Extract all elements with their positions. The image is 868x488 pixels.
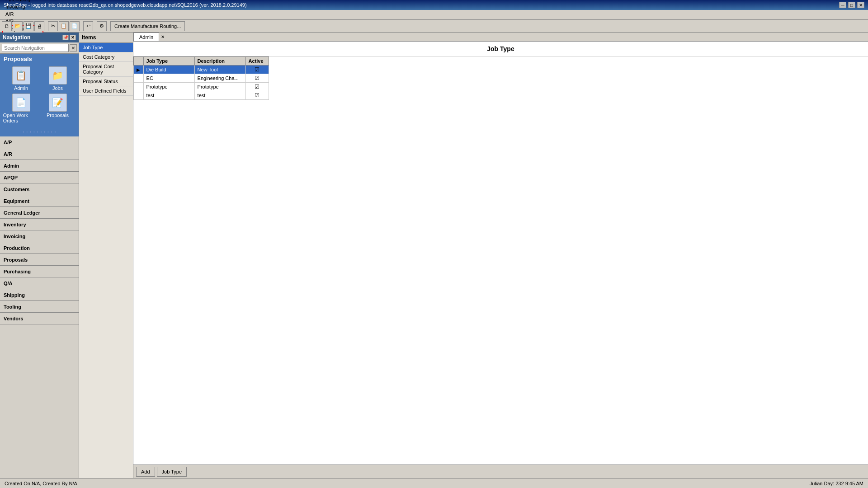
toolbar-print[interactable]: 🖨: [34, 21, 44, 31]
nav-icon-open-work-orders[interactable]: 📄Open Work Orders: [3, 94, 39, 123]
nav-search-clear[interactable]: ✕: [70, 44, 77, 52]
row-job-type: Prototype: [143, 83, 194, 91]
row-arrow: [134, 91, 144, 100]
tabs-row: Admin ✕: [133, 33, 868, 42]
maximize-button[interactable]: □: [848, 2, 855, 8]
toolbar-open[interactable]: 📂: [13, 21, 23, 31]
nav-icon-admin[interactable]: 📋Admin: [3, 66, 39, 91]
admin-icon: 📋: [12, 66, 30, 84]
nav-section-tooling[interactable]: Tooling: [0, 301, 79, 313]
nav-section-equipment[interactable]: Equipment: [0, 195, 79, 207]
menu-item-ar[interactable]: A/R: [2, 10, 43, 18]
row-arrow: ▶: [134, 66, 144, 74]
items-list-item-proposal-status[interactable]: Proposal Status: [79, 77, 133, 86]
nav-section-production[interactable]: Production: [0, 242, 79, 254]
toolbar-undo[interactable]: ↩: [83, 21, 93, 31]
table-container: Job Type Description Active ▶ Die Build …: [133, 56, 868, 465]
items-list-item-user-defined-fields[interactable]: User Defined Fields: [79, 86, 133, 96]
nav-sections: A/PA/RAdminAPQPCustomersEquipmentGeneral…: [0, 136, 79, 478]
nav-icon-jobs[interactable]: 📁Jobs: [40, 66, 76, 91]
nav-section-admin[interactable]: Admin: [0, 160, 79, 172]
toolbar-misc1[interactable]: ⚙: [97, 21, 107, 31]
nav-section-apqp[interactable]: APQP: [0, 172, 79, 183]
open-work-orders-label: Open Work Orders: [3, 113, 39, 123]
proposals-label: Proposals: [47, 113, 69, 118]
toolbar-paste[interactable]: 📄: [70, 21, 80, 31]
proposals-icon: 📝: [49, 94, 67, 112]
status-right: Julian Day: 232 9:45 AM: [810, 481, 863, 486]
nav-pin-icon[interactable]: 📌: [62, 35, 69, 40]
menu-item-invoicing[interactable]: Invoicing: [2, 3, 43, 10]
nav-icon-proposals[interactable]: 📝Proposals: [40, 94, 76, 123]
items-list: Job TypeCost CategoryProposal Cost Categ…: [79, 43, 133, 96]
items-list-item-proposal-cost-category[interactable]: Proposal Cost Category: [79, 62, 133, 77]
table-row[interactable]: test test ☑: [134, 91, 269, 100]
nav-section-shipping[interactable]: Shipping: [0, 289, 79, 301]
close-button[interactable]: ✕: [857, 2, 864, 8]
status-bar: Created On N/A, Created By N/A Julian Da…: [0, 478, 868, 488]
row-description: test: [194, 91, 245, 100]
minimize-button[interactable]: ─: [839, 2, 846, 8]
job-type-button[interactable]: Job Type: [157, 467, 187, 477]
nav-close-icon[interactable]: ✕: [70, 35, 76, 40]
nav-dots: . . . . . . . . . .: [22, 126, 57, 135]
row-description: Prototype: [194, 83, 245, 91]
nav-header-controls: 📌 ✕: [62, 35, 76, 40]
nav-section-proposals-nav[interactable]: Proposals: [0, 254, 79, 266]
col-job-type[interactable]: Job Type: [143, 57, 194, 66]
row-arrow: [134, 83, 144, 91]
menu-bar: FileEditViewProductionCustomerShippingPu…: [0, 10, 868, 20]
nav-section-qa[interactable]: Q/A: [0, 277, 79, 289]
table-body: ▶ Die Build New Tool ☑ EC Engineering Ch…: [134, 66, 269, 100]
col-description[interactable]: Description: [194, 57, 245, 66]
tab-close-icon[interactable]: ✕: [160, 33, 165, 41]
row-active: ☑: [245, 91, 269, 100]
title-bar: ShopEdge - logged into database react2db…: [0, 0, 868, 10]
nav-section-ar[interactable]: A/R: [0, 148, 79, 160]
jobs-icon: 📁: [49, 66, 67, 84]
toolbar-new[interactable]: 🗋: [2, 21, 12, 31]
add-button[interactable]: Add: [136, 467, 155, 477]
row-description: New Tool: [194, 66, 245, 74]
items-header: Items: [79, 33, 133, 43]
title-bar-controls: ─ □ ✕: [839, 2, 864, 8]
nav-title: Navigation: [3, 34, 30, 41]
nav-search-input[interactable]: [2, 44, 69, 52]
row-active: ☑: [245, 83, 269, 91]
nav-section-purchasing[interactable]: Purchasing: [0, 266, 79, 277]
toolbar-cut[interactable]: ✂: [48, 21, 58, 31]
admin-label: Admin: [14, 85, 28, 91]
tab-admin[interactable]: Admin: [133, 33, 159, 41]
content-job-type-header: Job Type: [133, 42, 868, 56]
content-area: Admin ✕ Job Type Job Type Description Ac…: [133, 33, 868, 478]
row-job-type: Die Build: [143, 66, 194, 74]
nav-header: Navigation 📌 ✕: [0, 33, 79, 42]
status-left: Created On N/A, Created By N/A: [5, 481, 77, 486]
toolbar-save[interactable]: 💾: [24, 21, 33, 31]
row-arrow: [134, 74, 144, 83]
toolbar-copy[interactable]: 📋: [59, 21, 69, 31]
nav-section-vendors[interactable]: Vendors: [0, 313, 79, 324]
table-row[interactable]: ▶ Die Build New Tool ☑: [134, 66, 269, 74]
nav-section-invoicing[interactable]: Invoicing: [0, 230, 79, 242]
nav-section-ap[interactable]: A/P: [0, 136, 79, 148]
row-job-type: test: [143, 91, 194, 100]
table-row[interactable]: Prototype Prototype ☑: [134, 83, 269, 91]
create-routing-button[interactable]: Create Manufacture Routing...: [110, 21, 185, 31]
nav-section-general-ledger[interactable]: General Ledger: [0, 207, 79, 219]
items-list-item-job-type[interactable]: Job Type: [79, 43, 133, 52]
nav-icons-row: 📋Admin📁Jobs📄Open Work Orders📝Proposals: [2, 64, 77, 126]
proposals-title: Proposals: [2, 56, 32, 62]
nav-section-inventory[interactable]: Inventory: [0, 219, 79, 230]
col-active[interactable]: Active: [245, 57, 269, 66]
toolbar: 🗋 📂 💾 🖨 ✂ 📋 📄 ↩ ⚙ Create Manufacture Rou…: [0, 20, 868, 33]
jobs-label: Jobs: [52, 85, 63, 91]
items-panel: Items Job TypeCost CategoryProposal Cost…: [79, 33, 133, 478]
table-row[interactable]: EC Engineering Cha... ☑: [134, 74, 269, 83]
bottom-bar: Add Job Type: [133, 465, 868, 478]
row-description: Engineering Cha...: [194, 74, 245, 83]
data-table: Job Type Description Active ▶ Die Build …: [133, 56, 269, 100]
nav-section-customers[interactable]: Customers: [0, 183, 79, 195]
row-job-type: EC: [143, 74, 194, 83]
items-list-item-cost-category[interactable]: Cost Category: [79, 52, 133, 62]
